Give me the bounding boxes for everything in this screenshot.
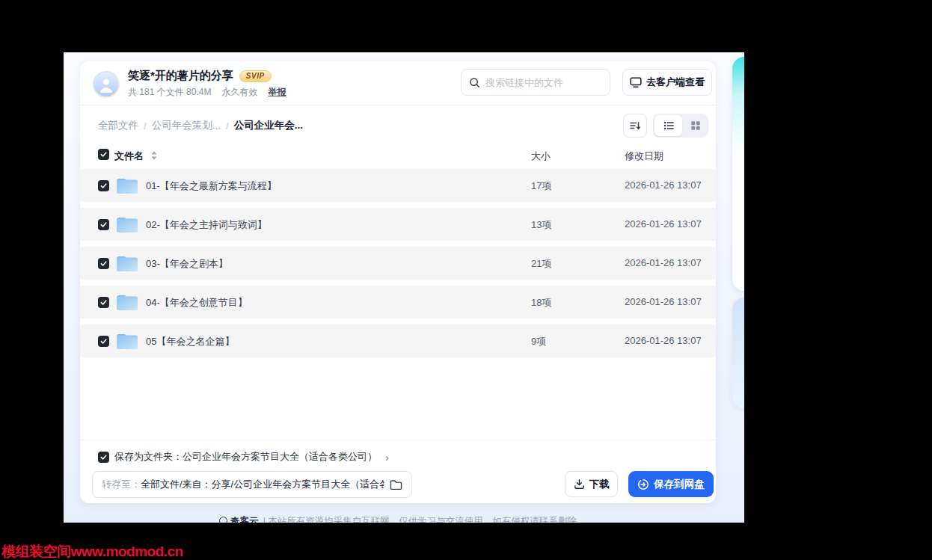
folder-icon <box>116 332 138 350</box>
file-row[interactable]: 02-【年会之主持词与致词】 13项 2026-01-26 13:07 <box>80 208 716 241</box>
view-mode-toggle <box>653 114 708 138</box>
file-name[interactable]: 01-【年会之最新方案与流程】 <box>146 179 277 193</box>
name-sort-arrows-icon[interactable] <box>151 151 157 162</box>
footer-note: 本站所有资源均采集自互联网，仅供学习与交流使用，如有侵权请联系删除 <box>268 516 577 523</box>
sort-lines-icon <box>629 120 641 132</box>
file-size: 13项 <box>531 218 551 232</box>
save-as-folder-label: 保存为文件夹：公司企业年会方案节目大全（适合各类公司） <box>114 450 377 464</box>
download-icon <box>574 479 585 490</box>
folder-icon <box>116 176 138 194</box>
file-modified: 2026-01-26 13:07 <box>625 257 702 268</box>
breadcrumb-current: 公司企业年会... <box>234 119 303 132</box>
search-input[interactable] <box>485 77 602 88</box>
cloud-save-icon <box>637 479 649 490</box>
folder-icon <box>116 254 138 272</box>
column-size: 大小 <box>531 150 551 163</box>
user-icon <box>94 73 118 96</box>
list-view-icon <box>663 120 675 132</box>
monitor-icon <box>630 76 642 88</box>
folder-icon <box>116 215 138 233</box>
site-footer: 奇客云| 本站所有资源均采集自互联网，仅供学习与交流使用，如有侵权请联系删除 <box>80 515 716 523</box>
footer-logo-icon <box>219 517 227 523</box>
watermark-text: 模组装空间www.modmod.cn <box>1 542 183 560</box>
file-modified: 2026-01-26 13:07 <box>625 218 702 230</box>
save-as-folder-checkbox[interactable] <box>98 452 109 463</box>
file-row[interactable]: 03-【年会之剧本】 21项 2026-01-26 13:07 <box>80 247 716 280</box>
breadcrumb-separator: / <box>226 120 229 132</box>
destination-label: 转存至： <box>102 478 141 491</box>
file-modified: 2026-01-26 13:07 <box>625 335 702 346</box>
floating-panel-bottom[interactable] <box>732 298 744 408</box>
validity-label: 永久有效 <box>221 86 257 99</box>
footer-brand: 奇客云 <box>230 516 259 523</box>
file-size: 21项 <box>531 257 551 271</box>
row-checkbox[interactable] <box>98 180 109 191</box>
file-name[interactable]: 03-【年会之剧本】 <box>146 257 228 271</box>
sort-order-button[interactable] <box>623 114 647 138</box>
row-checkbox[interactable] <box>98 258 109 269</box>
chevron-right-icon[interactable]: › <box>385 451 389 464</box>
select-all-checkbox[interactable] <box>98 149 109 160</box>
breadcrumb: 全部文件 / 公司年会策划... / 公司企业年会... <box>98 119 303 132</box>
save-to-netdisk-button[interactable]: 保存到网盘 <box>628 471 714 497</box>
column-modified: 修改日期 <box>625 150 663 163</box>
footer-divider: | <box>263 516 266 523</box>
file-row[interactable]: 01-【年会之最新方案与流程】 17项 2026-01-26 13:07 <box>80 169 716 202</box>
column-filename: 文件名 <box>114 150 144 163</box>
file-row[interactable]: 04-【年会之创意节目】 18项 2026-01-26 13:07 <box>80 286 716 319</box>
row-checkbox[interactable] <box>98 219 109 230</box>
file-count-size: 共 181 个文件 80.4M <box>128 86 211 99</box>
file-modified: 2026-01-26 13:07 <box>625 296 702 307</box>
file-modified: 2026-01-26 13:07 <box>625 179 702 191</box>
save-to-netdisk-label: 保存到网盘 <box>654 478 705 491</box>
svip-badge: SVIP <box>239 70 272 82</box>
save-as-folder-row[interactable]: 保存为文件夹：公司企业年会方案节目大全（适合各类公司） › <box>98 450 389 464</box>
search-icon <box>469 77 480 88</box>
file-name[interactable]: 05【年会之名企篇】 <box>146 335 234 348</box>
grid-view-icon <box>690 120 702 132</box>
open-in-client-button[interactable]: 去客户端查看 <box>622 69 712 96</box>
destination-path: 全部文件/来自：分享/公司企业年会方案节目大全（适合各⋯ <box>141 478 384 491</box>
file-row[interactable]: 05【年会之名企篇】 9项 2026-01-26 13:07 <box>80 324 716 357</box>
file-name[interactable]: 02-【年会之主持词与致词】 <box>146 218 267 232</box>
avatar <box>93 71 120 98</box>
open-in-client-label: 去客户端查看 <box>646 76 705 89</box>
destination-path-picker[interactable]: 转存至： 全部文件/来自：分享/公司企业年会方案节目大全（适合各⋯ <box>92 471 412 498</box>
list-view-button[interactable] <box>654 115 682 136</box>
breadcrumb-separator: / <box>144 120 147 132</box>
file-size: 9项 <box>531 335 546 348</box>
grid-view-button[interactable] <box>682 114 708 138</box>
file-list: 01-【年会之最新方案与流程】 17项 2026-01-26 13:07 02-… <box>80 169 716 363</box>
report-link[interactable]: 举报 <box>268 86 286 99</box>
folder-icon <box>116 293 138 311</box>
breadcrumb-parent[interactable]: 公司年会策划... <box>152 119 221 132</box>
row-checkbox[interactable] <box>98 336 109 347</box>
table-header: 文件名 大小 修改日期 <box>80 147 716 166</box>
file-name[interactable]: 04-【年会之创意节目】 <box>146 296 248 310</box>
file-size: 17项 <box>531 179 551 193</box>
share-card: 笑逐*开的薯片的分享 SVIP 共 181 个文件 80.4M 永久有效 举报 … <box>80 61 716 503</box>
download-button[interactable]: 下载 <box>565 471 618 497</box>
file-size: 18项 <box>531 296 551 310</box>
folder-picker-icon[interactable] <box>390 479 402 490</box>
breadcrumb-root[interactable]: 全部文件 <box>98 119 138 132</box>
header-divider <box>80 105 716 105</box>
row-checkbox[interactable] <box>98 297 109 308</box>
download-label: 下载 <box>589 478 610 491</box>
share-page: 笑逐*开的薯片的分享 SVIP 共 181 个文件 80.4M 永久有效 举报 … <box>64 52 744 523</box>
floating-panel-top[interactable] <box>732 57 744 291</box>
action-bar: 保存为文件夹：公司企业年会方案节目大全（适合各类公司） › 转存至： 全部文件/… <box>80 440 716 503</box>
search-box[interactable] <box>461 69 610 96</box>
share-title: 笑逐*开的薯片的分享 <box>128 69 233 83</box>
